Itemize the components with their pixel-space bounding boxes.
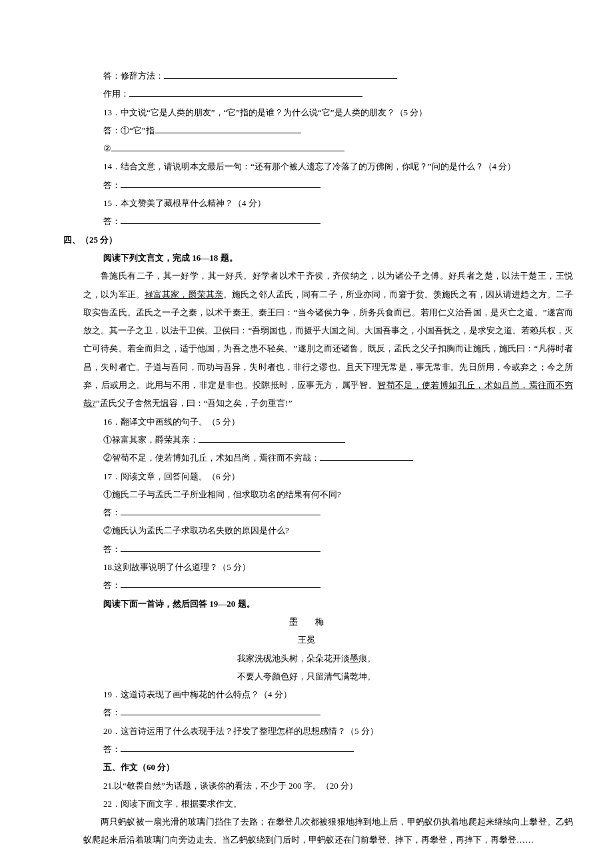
blank-line [129, 87, 362, 97]
q13-answer-1: 答：①“它”指 [40, 121, 573, 139]
blank-line [121, 743, 354, 752]
label: 答：修辞方法： [103, 71, 164, 81]
poem-section-heading: 阅读下面一首诗，然后回答 19—20 题。 [40, 595, 573, 613]
q17-sub2: ②施氏认为孟氏二子求取功名失败的原因是什么? [40, 521, 573, 539]
blank-line [121, 506, 320, 515]
section-4-subheading: 阅读下列文言文，完成 16—18 题。 [40, 249, 573, 267]
q14-text: 14．结合文意，请说明本文最后一句：“还有那个被人遗忘了冷落了的万佛阁，你呢？”… [40, 157, 573, 175]
label: 答： [103, 180, 121, 190]
blank-line [121, 579, 320, 588]
q12-answer-1: 答：修辞方法： [40, 67, 573, 85]
underlined-1: 禄富其家，爵荣其亲 [145, 289, 223, 299]
blank-line [121, 179, 320, 188]
label: 答： [103, 507, 121, 517]
blank-line [111, 142, 344, 151]
poem-title: 墨 梅 [40, 613, 573, 631]
essay-prompt: 两只蚂蚁被一扇光滑的玻璃门挡住了去路；在攀登几次都被狠狠地摔到地上后，甲蚂蚁仍执… [40, 813, 573, 849]
section-4-heading: 四、（25 分） [40, 231, 573, 249]
blank-line [155, 124, 301, 133]
q13-answer-2: ② [40, 139, 573, 157]
blank-line [121, 706, 320, 715]
q17-sub1: ①施氏二子与孟氏二子所业相同，但求取功名的结果有何不同? [40, 485, 573, 503]
blank-line [199, 433, 345, 443]
classical-passage: 鲁施氏有二子，其一好学，其一好兵。好学者以术干齐侯，齐侯纳之，以为诸公子之傅。好… [40, 267, 573, 412]
q20-text: 20．这首诗运用了什么表现手法？抒发了整理怎样的思想感情？（5 分） [40, 722, 573, 740]
q19-answer: 答： [40, 703, 573, 721]
q15-answer: 答： [40, 212, 573, 230]
q19-text: 19．这道诗表现了画中梅花的什么特点？（4 分） [40, 685, 573, 703]
q13-text: 13．中文说“它是人类的朋友”，“它”指的是谁？为什么说“它”是人类的朋友？（5… [40, 103, 573, 121]
q16-a1: ①禄富其家，爵荣其亲： [40, 431, 573, 449]
q17-answer-1: 答： [40, 503, 573, 521]
q16-a2: ②智苟不足，使若博如孔丘，术如吕尚，焉往而不穷哉： [40, 449, 573, 467]
blank-line [121, 215, 320, 224]
label: 答： [103, 216, 121, 226]
q18-answer: 答： [40, 576, 573, 594]
poem-line-1: 我家洗砚池头树，朵朵花开淡墨痕。 [40, 649, 573, 667]
q15-text: 15．本文赞美了藏根草什么精神？（4 分） [40, 194, 573, 212]
q17-answer-2: 答： [40, 540, 573, 558]
label: 作用： [103, 89, 129, 99]
label: 答： [103, 707, 121, 717]
q20-answer: 答： [40, 740, 573, 758]
label: 答：①“它”指 [103, 125, 155, 135]
label: ②智苟不足，使若博如孔丘，术如吕尚，焉往而不穷哉： [103, 453, 320, 463]
blank-line [164, 69, 397, 79]
blank-line [121, 543, 320, 552]
q16-text: 16．翻译文中画线的句子。（5 分） [40, 413, 573, 431]
label: 答： [103, 580, 121, 590]
q17-text: 17．阅读文章，回答问题。（6 分） [40, 467, 573, 485]
label: ② [103, 143, 111, 153]
label: 答： [103, 744, 121, 754]
passage-part: ”孟氏父子舍然无愠容，曰：“吾知之矣，子勿重言!” [96, 398, 293, 408]
label: 答： [103, 544, 121, 554]
passage-part: 。施氏之邻人孟氏，同有二子，所业亦同，而窘于贫。羡施氏之有，因从请进趋之方。二子… [83, 289, 573, 390]
q18-text: 18.这则故事说明了什么道理？（5 分） [40, 558, 573, 576]
document-page: 答：修辞方法： 作用： 13．中文说“它是人类的朋友”，“它”指的是谁？为什么说… [0, 0, 613, 868]
q22-text: 22．阅读下面文字，根据要求作文。 [40, 795, 573, 813]
q12-answer-2: 作用： [40, 85, 573, 103]
q14-answer: 答： [40, 176, 573, 194]
q21-text: 21.以“敬畏自然”为话题，谈谈你的看法，不少于 200 字。（20 分） [40, 777, 573, 795]
poem-line-2: 不要人夸颜色好，只留清气满乾坤。 [40, 667, 573, 685]
poem-author: 王冕 [40, 631, 573, 649]
section-5-heading: 五、作文（60 分） [40, 758, 573, 776]
blank-line [320, 451, 413, 461]
label: ①禄富其家，爵荣其亲： [103, 435, 199, 445]
